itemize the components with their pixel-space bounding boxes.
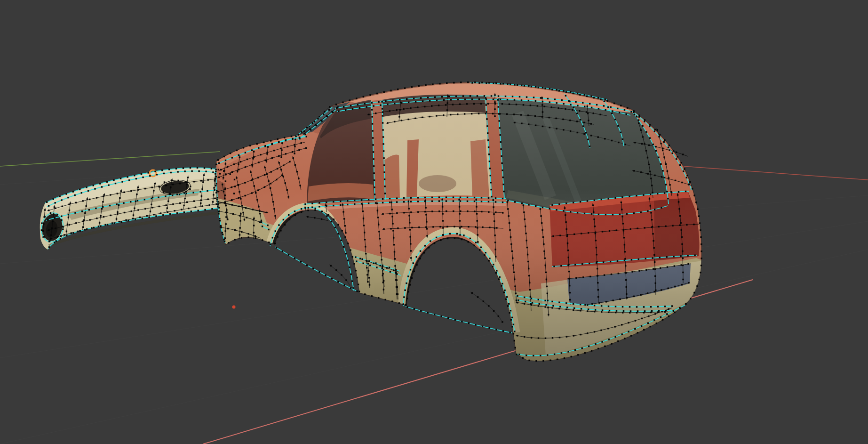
3d-viewport[interactable]: [0, 0, 868, 444]
secondary-origin-marker: [232, 306, 236, 309]
viewport-canvas[interactable]: [0, 0, 868, 444]
